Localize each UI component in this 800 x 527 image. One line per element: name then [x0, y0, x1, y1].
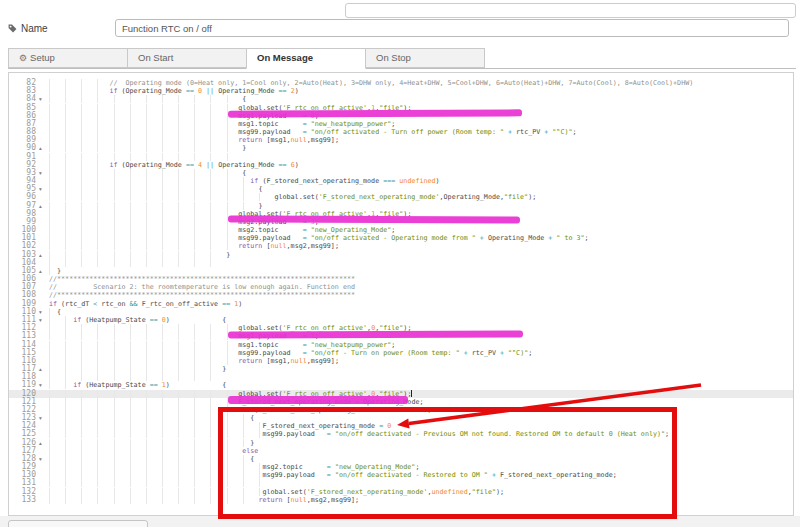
code-text: [45, 479, 262, 487]
fold-toggle-icon[interactable]: ▴: [36, 439, 45, 447]
code-line: 94 if (F_stored_next_operating_mode === …: [9, 177, 793, 185]
name-input[interactable]: [115, 19, 789, 37]
code-line: 89 return [msg1,null,msg99];: [9, 136, 793, 144]
code-text: global.set('F_rtc_on_off_active',1,"file…: [45, 210, 411, 218]
code-text: global.set('F_stored_next_operating_mode…: [45, 488, 504, 496]
code-line: 120 global.set('F_rtc_on_off_active',0,"…: [9, 390, 793, 398]
fold-toggle-icon[interactable]: ▾: [36, 95, 45, 103]
tab-on-start-label: On Start: [138, 52, 173, 63]
top-partial-field[interactable]: [345, 3, 796, 18]
code-text: if (rtc_dT < rtc_on && F_rtc_on_off_acti…: [45, 300, 242, 308]
code-line: 115 msg99.payload = "on/off - Turn on po…: [9, 349, 793, 357]
fold-toggle-icon[interactable]: ▾: [36, 185, 45, 193]
code-text: msg2.payload = 3;: [45, 218, 319, 226]
code-line: 131: [9, 479, 793, 487]
fold-gutter: [36, 177, 45, 185]
fold-toggle-icon[interactable]: ▾: [36, 169, 45, 177]
tab-on-message[interactable]: On Message: [246, 48, 366, 69]
code-text: msg99.payload = "on/off deactivated - Re…: [45, 471, 617, 479]
bottom-toolbar-button[interactable]: [8, 520, 148, 527]
fold-gutter: [36, 226, 45, 234]
fold-toggle-icon[interactable]: ▾: [36, 316, 45, 324]
code-line: 98 global.set('F_rtc_on_off_active',1,"f…: [9, 210, 793, 218]
fold-gutter: [36, 341, 45, 349]
code-text: [45, 259, 226, 267]
code-line: 87 msg1.topic = "new_heatpump_power";: [9, 120, 793, 128]
fold-gutter: [36, 488, 45, 496]
code-text: msg2.topic = "new_Operating_Mode";: [45, 226, 395, 234]
code-line: 111▾ if (Heatpump_State == 0) {: [9, 316, 793, 324]
code-text: return [msg1,null,msg99];: [45, 357, 339, 365]
code-text: msg99.payload = "on/off activated - Oper…: [45, 234, 589, 242]
code-line: 110▾ {: [9, 308, 793, 316]
code-text: if (F_stored_next_operating_mode === und…: [45, 177, 440, 185]
code-line: 105▴ }: [9, 267, 793, 275]
code-text: return [msg1,null,msg99];: [45, 136, 339, 144]
code-text: {: [45, 414, 254, 422]
fold-gutter: [36, 324, 45, 332]
code-text: {: [45, 455, 254, 463]
fold-gutter: [36, 349, 45, 357]
code-line: 113 msg1.payload = 1;: [9, 332, 793, 340]
text-cursor: [411, 390, 412, 397]
code-text: msg99.payload = "on/off activated - Turn…: [45, 128, 577, 136]
code-text: global.set('F_stored_next_operating_mode…: [45, 193, 536, 201]
code-text: msg1.topic = "new_heatpump_power";: [45, 120, 395, 128]
tab-setup-label: Setup: [30, 52, 55, 63]
code-line: 84▾ {: [9, 95, 793, 103]
code-line: 96 global.set('F_stored_next_operating_m…: [9, 193, 793, 201]
code-text: return [null,msg2,msg99];: [45, 496, 359, 504]
tab-on-message-label: On Message: [257, 52, 313, 63]
code-editor[interactable]: 82 // Operating mode (0=Heat only, 1=Coo…: [8, 72, 794, 516]
code-text: {: [45, 95, 246, 103]
fold-gutter: [36, 259, 45, 267]
code-text: if (Operating_Mode == 4 || Operating_Mod…: [45, 161, 299, 169]
code-line: 124 F_stored_next_operating_mode = 0: [9, 422, 793, 430]
code-line: 125 msg99.payload = "on/off deactivated …: [9, 430, 793, 438]
fold-gutter: [36, 471, 45, 479]
fold-gutter: [36, 193, 45, 201]
fold-toggle-icon[interactable]: ▾: [36, 414, 45, 422]
code-text: global.set('F_rtc_on_off_active',1,"file…: [45, 104, 411, 112]
line-number[interactable]: 133: [9, 496, 36, 504]
fold-gutter: [36, 496, 45, 504]
code-line: 108//***********************************…: [9, 291, 793, 299]
fold-toggle-icon[interactable]: ▾: [36, 381, 45, 389]
tab-on-stop[interactable]: On Stop: [365, 48, 485, 68]
code-text: }: [45, 365, 226, 373]
code-text: msg1.payload = 0;: [45, 112, 319, 120]
code-line: 123▾ {: [9, 414, 793, 422]
fold-gutter: [36, 128, 45, 136]
fold-gutter: [36, 291, 45, 299]
code-line: 117▴ }: [9, 365, 793, 373]
fold-toggle-icon[interactable]: ▾: [36, 308, 45, 316]
code-text: }: [45, 144, 246, 152]
fold-gutter: [36, 79, 45, 87]
name-row: Name: [0, 18, 800, 48]
fold-toggle-icon[interactable]: ▴: [36, 267, 45, 275]
fold-toggle-icon[interactable]: ▴: [36, 144, 45, 152]
code-line: 99 msg2.payload = 3;: [9, 218, 793, 226]
fold-gutter: [36, 283, 45, 291]
fold-toggle-icon[interactable]: ▴: [36, 251, 45, 259]
code-line: 109if (rtc_dT < rtc_on && F_rtc_on_off_a…: [9, 300, 793, 308]
fold-gutter: [36, 300, 45, 308]
fold-gutter: [36, 218, 45, 226]
tab-on-start[interactable]: On Start: [127, 48, 247, 68]
fold-gutter: [36, 357, 45, 365]
code-text: [45, 153, 238, 161]
fold-gutter: [36, 406, 45, 414]
code-text: [45, 373, 222, 381]
tab-on-stop-label: On Stop: [376, 52, 411, 63]
code-line: 93▾ {: [9, 169, 793, 177]
code-line: 86 msg1.payload = 0;: [9, 112, 793, 120]
code-text: }: [45, 202, 262, 210]
name-label: Name: [8, 23, 48, 34]
tab-setup[interactable]: ⚙Setup: [8, 48, 128, 68]
fold-toggle-icon[interactable]: ▴: [36, 365, 45, 373]
fold-toggle-icon[interactable]: ▾: [36, 455, 45, 463]
fold-gutter: [36, 136, 45, 144]
fold-gutter: [36, 390, 45, 398]
fold-toggle-icon[interactable]: ▴: [36, 202, 45, 210]
code-line: 119▾ if (Heatpump_State == 1) {: [9, 381, 793, 389]
